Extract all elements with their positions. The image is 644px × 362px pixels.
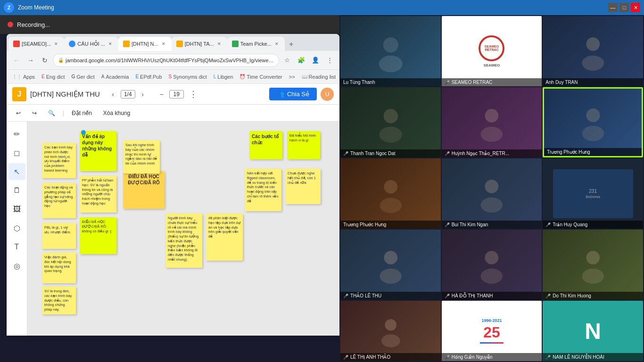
tab-close-2[interactable]: ✕ bbox=[107, 41, 114, 47]
bookmark-synonyms[interactable]: S Synonyms dict bbox=[167, 73, 209, 81]
note-16[interactable]: SV là trung tâm, các bạn trình bày được … bbox=[42, 287, 76, 314]
note-11[interactable]: PBL là gì, 1 vài ưu, nhược điểm. bbox=[42, 223, 76, 249]
participant-name-13: LÊ THỊ ANH THẢO bbox=[350, 354, 390, 360]
url-bar[interactable]: 🔒 jamboard.google.com/d/1hlWWRHVrUszQhUK… bbox=[53, 54, 279, 67]
person-silhouette-1 bbox=[361, 30, 421, 72]
bookmark-gerdict[interactable]: G Ger dict bbox=[70, 73, 97, 81]
browser-tab-3[interactable]: [DHTN] N... ✕ bbox=[118, 37, 172, 51]
back-button[interactable]: ← bbox=[10, 54, 23, 66]
tab-label-4: [DHTN] TA... bbox=[185, 41, 214, 47]
zoom-out-button[interactable]: − bbox=[156, 89, 167, 100]
participant-name-bar-3: Anh Duy TRAN bbox=[543, 78, 643, 86]
menu-button[interactable]: ⋮ bbox=[323, 54, 336, 66]
clear-frame-button[interactable]: Xóa khung bbox=[99, 108, 134, 118]
participant-name-11: HÀ ĐỖ THỊ THANH bbox=[452, 293, 493, 298]
bookmark-academia[interactable]: A Academia bbox=[99, 73, 131, 81]
video-tile-14: 1996-2021 25 🎤 Hồng Gẩm Nguyễn bbox=[442, 301, 542, 361]
bookmark-timeconv[interactable]: ⏰ Time Converter bbox=[238, 73, 284, 81]
note-did-learn[interactable]: ĐIỀU ĐÃ HỌC ĐƯỢC/ĐÃ RÕ bbox=[123, 171, 165, 209]
undo-button[interactable]: ↩ bbox=[12, 108, 25, 118]
note-model[interactable]: Đã hiểu Mô hình hành vi là gì bbox=[287, 131, 320, 159]
video-bg-1 bbox=[340, 16, 441, 86]
bookmark-libgen[interactable]: L Libgen bbox=[212, 73, 235, 81]
note-15[interactable]: đã phân biệt được học tập dựa trên dự án… bbox=[206, 214, 243, 261]
participant-name-bar-15: 🎤 NAM LÊ NGUYỄN HOÀI bbox=[543, 353, 643, 361]
browser-tab-4[interactable]: [DHTN] TA... ✕ bbox=[172, 37, 227, 51]
note-14[interactable]: Người trình bày chưa thực sự hiểu rõ về … bbox=[165, 214, 202, 268]
note-9[interactable]: Nên kết hợp với flipped classroom, để sv… bbox=[245, 169, 281, 211]
tab-close-3[interactable]: ✕ bbox=[160, 41, 167, 47]
refresh-button[interactable]: ↻ bbox=[39, 54, 51, 66]
redo-button[interactable]: ↪ bbox=[28, 108, 41, 118]
jamboard-canvas[interactable]: Các bạn trình bày phân tích được mô hình… bbox=[27, 122, 339, 336]
prev-frame-button[interactable]: ‹ bbox=[107, 89, 119, 100]
tab-label-2: CÂU HỎI ... bbox=[77, 41, 105, 47]
note-12[interactable]: Việc đánh giá, đúc kết nội dung khi áp d… bbox=[42, 253, 76, 283]
video-bg-11 bbox=[442, 230, 542, 300]
laser-tool[interactable]: ◎ bbox=[8, 257, 25, 274]
note-7[interactable]: PP phản hồi từ ban học: SV là nguồn thôn… bbox=[80, 176, 116, 213]
set-background-button[interactable]: Đặt nền bbox=[68, 108, 96, 118]
person-silhouette-4 bbox=[361, 101, 421, 143]
url-text: jamboard.google.com/d/1hlWWRHVrUszQhUKt0… bbox=[66, 58, 274, 63]
select-tool[interactable]: ↖ bbox=[8, 163, 25, 180]
forward-button[interactable]: → bbox=[25, 54, 37, 66]
extensions-button[interactable]: 🧩 bbox=[295, 54, 307, 66]
note-6[interactable]: Các hoạt động và phương pháp cố gắng tạo… bbox=[42, 183, 76, 218]
more-options-button[interactable]: ⋮ bbox=[188, 89, 199, 100]
note-2[interactable]: Vấn đề áp dụng này những không dễ bbox=[80, 131, 116, 171]
participant-name-bar-6: Trương Phước Hưng bbox=[544, 148, 642, 156]
tab-close-4[interactable]: ✕ bbox=[216, 41, 223, 47]
bookmark-more[interactable]: >> bbox=[287, 73, 297, 81]
video-tile-1: Lu Tùng Thanh bbox=[340, 16, 441, 86]
svg-point-5 bbox=[379, 127, 402, 143]
jamboard-logo: J bbox=[12, 87, 26, 101]
svg-point-1 bbox=[379, 55, 402, 72]
browser-tab-1[interactable]: [SEAMEO]... ✕ bbox=[8, 37, 64, 51]
note-10[interactable]: Chưa được nghe hết chủ đề, còn 1 chủ đề … bbox=[285, 169, 321, 204]
tab-close-1[interactable]: ✕ bbox=[53, 41, 59, 47]
svg-point-0 bbox=[383, 37, 398, 52]
zoom-button[interactable]: 🔍 bbox=[44, 108, 59, 118]
video-tile-4: 🎤 Thanh Tran Ngoc Dat bbox=[340, 87, 441, 157]
video-bg-3 bbox=[543, 16, 643, 86]
browser-tabs: [SEAMEO]... ✕ CÂU HỎI ... ✕ [DHTN] N... … bbox=[7, 34, 339, 51]
image-tool[interactable]: 🖼 bbox=[8, 201, 25, 218]
bookmark-star-button[interactable]: ☆ bbox=[281, 54, 293, 66]
note-13[interactable]: ĐIỀU ĐÃ HỌC ĐƯỢC/ĐÃ RÕ: không có điều gì… bbox=[80, 217, 116, 254]
mic-muted-icon-13: 🎤 bbox=[343, 355, 348, 360]
profile-button[interactable]: 👤 bbox=[309, 54, 322, 66]
video-bg-10 bbox=[340, 230, 441, 300]
video-grid: Lu Tùng Thanh SEAMEORETRAC SEAMEO 🎤 SEAM… bbox=[339, 15, 644, 362]
video-bg-6 bbox=[544, 89, 642, 156]
participant-name-bar-11: 🎤 HÀ ĐỖ THỊ THANH bbox=[442, 292, 542, 300]
bookmark-engdict[interactable]: E Eng dict bbox=[40, 73, 66, 81]
svg-point-9 bbox=[582, 126, 603, 141]
minimize-button[interactable]: — bbox=[608, 3, 618, 12]
browser-tab-5[interactable]: Team Picke... ✕ bbox=[227, 37, 285, 51]
note-3[interactable]: Sau khi nghe trình bày của các nhóm khác… bbox=[123, 140, 160, 173]
next-frame-button[interactable]: › bbox=[137, 89, 149, 100]
video-tile-13: 🎤 LÊ THỊ ANH THẢO bbox=[340, 301, 441, 361]
new-tab-button[interactable]: + bbox=[285, 38, 298, 51]
close-button[interactable]: ✕ bbox=[631, 3, 640, 12]
video-bg-13 bbox=[340, 301, 441, 361]
note-steps[interactable]: Các bước tổ chức bbox=[249, 131, 282, 159]
tab-close-5[interactable]: ✕ bbox=[273, 41, 280, 47]
eraser-tool[interactable]: ◻ bbox=[8, 144, 25, 161]
share-button[interactable]: 👥 Chia Sẻ bbox=[269, 88, 317, 100]
person-silhouette-7 bbox=[361, 173, 421, 214]
browser-tab-2[interactable]: CÂU HỎI ... ✕ bbox=[64, 37, 118, 51]
sticky-note-tool[interactable]: 🗒 bbox=[8, 182, 25, 199]
note-1[interactable]: Các bạn trình bày phân tích được mô hình… bbox=[42, 143, 76, 178]
participant-name-7: Trương Phước Hưng bbox=[343, 222, 386, 227]
user-avatar[interactable]: U bbox=[321, 88, 334, 101]
browser-nav: ← → ↻ 🔒 jamboard.google.com/d/1hlWWRHVrU… bbox=[7, 51, 339, 70]
bookmark-epdf[interactable]: E EPdf.Pub bbox=[133, 73, 164, 81]
bookmark-apps[interactable]: ⋮⋮ Apps bbox=[10, 73, 37, 81]
maximize-button[interactable]: □ bbox=[619, 3, 629, 12]
text-tool[interactable]: T bbox=[8, 239, 25, 255]
bookmark-reading-list[interactable]: 📖 Reading list bbox=[300, 73, 338, 81]
pen-tool[interactable]: ✏ bbox=[8, 125, 25, 142]
shapes-tool[interactable]: ⬡ bbox=[8, 220, 25, 237]
